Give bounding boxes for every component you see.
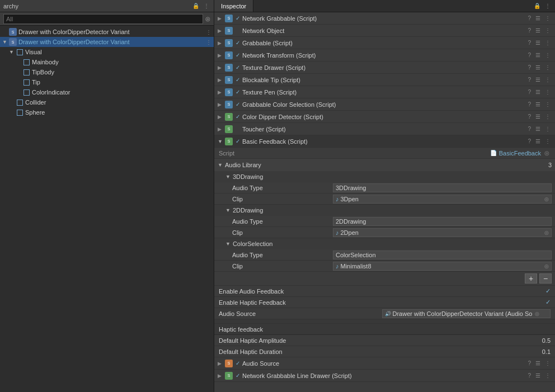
component-texture-drawer[interactable]: ▶ S ✓ Texture Drawer (Script) ? ☰ ⋮ [214, 62, 555, 74]
comp-more-icon-5[interactable]: ⋮ [544, 64, 552, 70]
tree-item-tip[interactable]: Tip [0, 77, 214, 87]
comp-help-icon[interactable]: ? [526, 15, 532, 21]
comp-help-icon-10[interactable]: ? [526, 126, 532, 132]
comp-help-icon-4[interactable]: ? [526, 52, 532, 58]
comp-settings-icon-5[interactable]: ☰ [534, 64, 542, 70]
more-icon[interactable]: ⋮ [203, 2, 210, 10]
comp-more-icon-8[interactable]: ⋮ [544, 101, 552, 107]
component-network-grabbable[interactable]: ▶ S ✓ Network Grabbable (Script) ? ☰ ⋮ [214, 12, 555, 25]
tree-item-sphere[interactable]: Sphere [0, 107, 214, 117]
comp-more-icon-audio-source[interactable]: ⋮ [544, 360, 552, 366]
tab-inspector[interactable]: Inspector [214, 0, 253, 12]
tree-item-drawer-variant-2[interactable]: ▼ S Drawer with ColorDipperDetector Vari… [0, 37, 214, 47]
comp-help-icon-3[interactable]: ? [526, 40, 532, 46]
search-clear-icon[interactable]: ◎ [205, 16, 210, 22]
component-blockable-tip[interactable]: ▶ S ✓ Blockable Tip (Script) ? ☰ ⋮ [214, 74, 555, 86]
component-toucher[interactable]: ▶ S ✓ Toucher (Script) ? ☰ ⋮ [214, 123, 555, 135]
component-grabbable-color[interactable]: ▶ S ✓ Grabbable Color Selection (Script)… [214, 98, 555, 111]
component-network-grabbable-line[interactable]: ▶ S ✓ Network Grabbable Line Drawer (Scr… [214, 370, 555, 382]
lock-icon[interactable]: 🔒 [191, 2, 200, 10]
audio-colorselection-header[interactable]: ▼ ColorSelection [214, 238, 555, 249]
tree-more-icon-2[interactable]: ⋮ [206, 39, 211, 45]
component-network-object[interactable]: ▶ S ✓ Network Object ? ☰ ⋮ [214, 25, 555, 37]
comp-help-icon-2[interactable]: ? [526, 27, 532, 34]
comp-help-icon-9[interactable]: ? [526, 114, 532, 120]
tree-more-icon[interactable]: ⋮ [206, 29, 211, 35]
comp-settings-icon-line-drawer[interactable]: ☰ [534, 372, 542, 379]
tree-item-tipbody[interactable]: TipBody [0, 67, 214, 77]
comp-more-icon-line-drawer[interactable]: ⋮ [544, 372, 552, 379]
tab-more-icon[interactable]: ⋮ [544, 2, 552, 10]
tree-item-visual[interactable]: ▼ Visual [0, 47, 214, 57]
comp-settings-icon-2[interactable]: ☰ [534, 27, 542, 34]
comp-check-audio-source[interactable]: ✓ [236, 360, 240, 366]
comp-more-icon-basic-feedback[interactable]: ⋮ [544, 138, 552, 144]
comp-more-icon-2[interactable]: ⋮ [544, 27, 552, 34]
comp-settings-icon-6[interactable]: ☰ [534, 77, 542, 83]
comp-help-icon-8[interactable]: ? [526, 101, 532, 107]
component-grabbable[interactable]: ▶ S ✓ Grabbable (Script) ? ☰ ⋮ [214, 37, 555, 49]
comp-settings-icon-8[interactable]: ☰ [534, 101, 542, 107]
comp-more-icon-6[interactable]: ⋮ [544, 77, 552, 83]
comp-settings-icon-audio-source[interactable]: ☰ [534, 360, 542, 366]
comp-help-icon-6[interactable]: ? [526, 77, 532, 83]
colorselection-clip-value[interactable]: ♪ Minimalist8 ◎ [333, 262, 552, 271]
tree-item-mainbody[interactable]: Mainbody [0, 57, 214, 67]
comp-check-texture-drawer[interactable]: ✓ [236, 64, 240, 70]
comp-help-icon-basic-feedback[interactable]: ? [526, 138, 532, 144]
remove-element-button[interactable]: − [539, 273, 552, 284]
comp-check-grabbable-color[interactable]: ✓ [236, 101, 240, 107]
comp-settings-icon-7[interactable]: ☰ [534, 89, 542, 95]
audio-library-header[interactable]: ▼ Audio Library 3 [214, 159, 555, 171]
enable-haptic-feedback-check[interactable]: ✓ [545, 299, 551, 306]
component-color-dipper[interactable]: ▶ S ✓ Color Dipper Detector (Script) ? ☰… [214, 111, 555, 123]
comp-check-network-transform[interactable]: ✓ [236, 52, 240, 58]
script-target-icon[interactable]: ◎ [543, 150, 551, 156]
comp-check-grabbable[interactable]: ✓ [236, 40, 240, 46]
2ddrawing-audiotype-value[interactable]: 2DDrawing [333, 217, 552, 226]
comp-more-icon[interactable]: ⋮ [544, 15, 552, 21]
3ddrawing-audiotype-value[interactable]: 3DDrawing [333, 183, 552, 192]
2ddrawing-clip-value[interactable]: ♪ 2Dpen ◎ [333, 228, 552, 237]
comp-settings-icon-basic-feedback[interactable]: ☰ [534, 138, 542, 144]
comp-more-icon-10[interactable]: ⋮ [544, 126, 552, 132]
comp-more-icon-4[interactable]: ⋮ [544, 52, 552, 58]
tree-item-colorindicator[interactable]: ColorIndicator [0, 87, 214, 97]
3ddrawing-clip-value[interactable]: ♪ 3Dpen ◎ [333, 195, 552, 204]
audio-3ddrawing-header[interactable]: ▼ 3DDrawing [214, 171, 555, 182]
search-input[interactable] [3, 14, 203, 24]
comp-settings-icon[interactable]: ☰ [534, 15, 542, 21]
comp-settings-icon-10[interactable]: ☰ [534, 126, 542, 132]
component-texture-pen[interactable]: ▶ S ✓ Texture Pen (Script) ? ☰ ⋮ [214, 86, 555, 98]
colorselection-clip-target[interactable]: ◎ [544, 263, 549, 269]
comp-check-basic-feedback[interactable]: ✓ [236, 138, 240, 144]
2ddrawing-clip-target[interactable]: ◎ [544, 230, 549, 235]
comp-help-icon-7[interactable]: ? [526, 89, 532, 95]
audio-2ddrawing-header[interactable]: ▼ 2DDrawing [214, 205, 555, 216]
component-audio-source[interactable]: ▶ S ✓ Audio Source ? ☰ ⋮ [214, 357, 555, 370]
comp-help-icon-line-drawer[interactable]: ? [526, 372, 532, 379]
audio-source-target[interactable]: ◎ [535, 311, 539, 317]
comp-help-icon-5[interactable]: ? [526, 64, 532, 70]
add-element-button[interactable]: + [525, 273, 537, 284]
comp-more-icon-3[interactable]: ⋮ [544, 40, 552, 46]
comp-check-line-drawer[interactable]: ✓ [236, 372, 240, 379]
comp-help-icon-audio-source[interactable]: ? [526, 360, 532, 366]
component-network-transform[interactable]: ▶ S ✓ Network Transform (Script) ? ☰ ⋮ [214, 49, 555, 62]
component-basic-feedback[interactable]: ▼ S ✓ Basic Feedback (Script) ? ☰ ⋮ [214, 135, 555, 148]
comp-settings-icon-3[interactable]: ☰ [534, 40, 542, 46]
tree-item-drawer-variant-1[interactable]: S Drawer with ColorDipperDetector Varian… [0, 27, 214, 37]
comp-check-texture-pen[interactable]: ✓ [236, 89, 240, 95]
tab-lock-icon[interactable]: 🔒 [533, 2, 542, 10]
comp-settings-icon-9[interactable]: ☰ [534, 114, 542, 120]
comp-more-icon-9[interactable]: ⋮ [544, 114, 552, 120]
colorselection-audiotype-value[interactable]: ColorSelection [333, 251, 552, 259]
comp-more-icon-7[interactable]: ⋮ [544, 89, 552, 95]
comp-check-blockable-tip[interactable]: ✓ [236, 77, 240, 83]
tree-item-collider[interactable]: Collider [0, 97, 214, 107]
3ddrawing-clip-target[interactable]: ◎ [544, 196, 549, 202]
comp-check-color-dipper[interactable]: ✓ [236, 114, 240, 120]
comp-check-network-grabbable[interactable]: ✓ [236, 15, 240, 21]
enable-audio-feedback-check[interactable]: ✓ [545, 287, 551, 295]
comp-settings-icon-4[interactable]: ☰ [534, 52, 542, 58]
